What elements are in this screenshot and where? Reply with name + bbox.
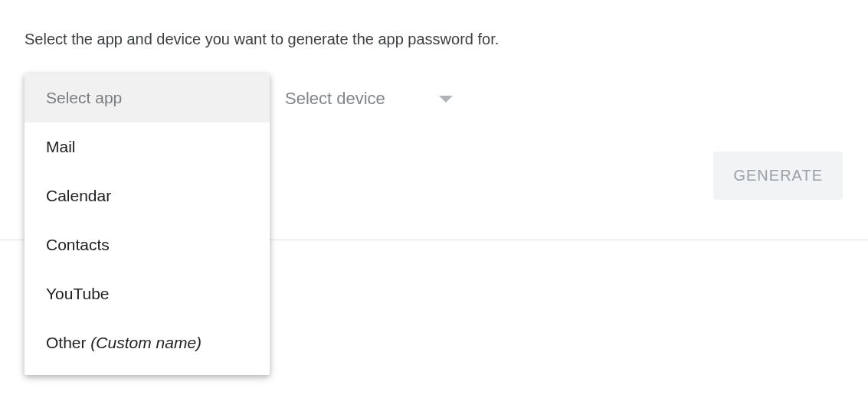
select-device-label: Select device [285, 89, 385, 109]
instruction-text: Select the app and device you want to ge… [25, 31, 499, 48]
dropdown-option-mail[interactable]: Mail [25, 122, 270, 171]
dropdown-option-other-label: Other [46, 334, 90, 351]
dropdown-option-other-note: (Custom name) [90, 334, 201, 351]
select-device-dropdown[interactable]: Select device [285, 89, 453, 109]
dropdown-option-calendar[interactable]: Calendar [25, 171, 270, 220]
dropdown-option-contacts[interactable]: Contacts [25, 220, 270, 269]
dropdown-option-youtube[interactable]: YouTube [25, 269, 270, 318]
dropdown-option-other[interactable]: Other (Custom name) [25, 318, 270, 367]
chevron-down-icon [439, 96, 453, 103]
select-app-placeholder[interactable]: Select app [25, 73, 270, 122]
generate-button[interactable]: GENERATE [713, 152, 843, 200]
select-app-dropdown-menu: Select app Mail Calendar Contacts YouTub… [25, 73, 270, 375]
